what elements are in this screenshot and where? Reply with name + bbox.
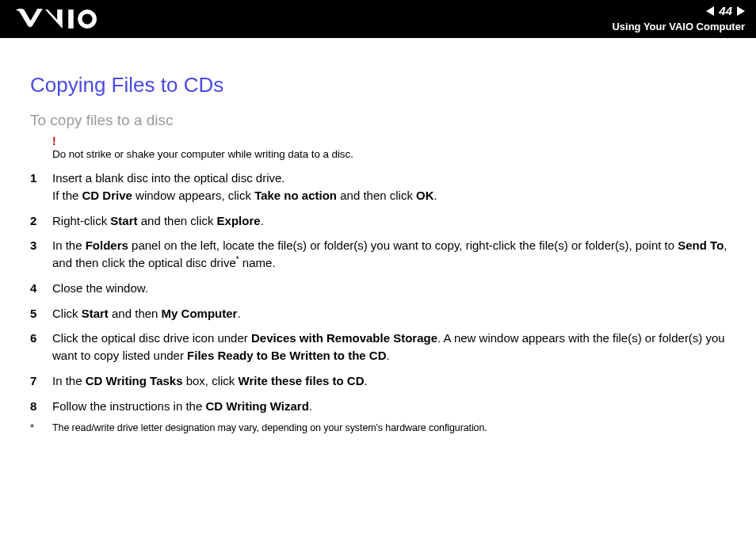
instruction-step: 3In the Folders panel on the left, locat… — [30, 237, 739, 272]
step-body: Follow the instructions in the CD Writin… — [52, 398, 739, 415]
instruction-step: 7In the CD Writing Tasks box, click Writ… — [30, 372, 739, 390]
svg-rect-0 — [68, 10, 73, 29]
page-nav: 44 — [612, 3, 745, 19]
step-body: Click Start and then My Computer. — [52, 305, 739, 322]
step-body: Close the window. — [52, 280, 739, 297]
step-number: 4 — [30, 280, 52, 297]
instruction-step: 2Right-click Start and then click Explor… — [30, 212, 739, 230]
step-body: In the CD Writing Tasks box, click Write… — [52, 372, 739, 390]
nav-prev-icon[interactable] — [706, 6, 714, 16]
instruction-step: 8Follow the instructions in the CD Writi… — [30, 398, 739, 415]
page-title: Copying Files to CDs — [30, 73, 739, 97]
instruction-step: 1Insert a blank disc into the optical di… — [30, 170, 739, 204]
instruction-list: 1Insert a blank disc into the optical di… — [30, 170, 739, 414]
page-subtitle: To copy files to a disc — [30, 112, 739, 129]
step-number: 3 — [30, 237, 52, 272]
page-number: 44 — [717, 3, 734, 19]
step-number: 5 — [30, 305, 52, 322]
footnote-text: The read/write drive letter designation … — [52, 422, 487, 433]
step-number: 6 — [30, 330, 52, 364]
warning-block: ! Do not strike or shake your computer w… — [30, 135, 739, 160]
instruction-step: 5Click Start and then My Computer. — [30, 305, 739, 322]
step-body: In the Folders panel on the left, locate… — [52, 237, 739, 272]
nav-next-icon[interactable] — [737, 6, 745, 16]
step-number: 1 — [30, 170, 52, 204]
header-right: 44 Using Your VAIO Computer — [612, 3, 745, 33]
warning-icon: ! — [52, 135, 739, 147]
instruction-step: 6Click the optical disc drive icon under… — [30, 330, 739, 364]
header-bar: 44 Using Your VAIO Computer — [0, 0, 756, 38]
vaio-logo — [14, 6, 109, 32]
section-label: Using Your VAIO Computer — [612, 21, 745, 34]
page-content: Copying Files to CDs To copy files to a … — [0, 38, 756, 433]
step-body: Right-click Start and then click Explore… — [52, 212, 739, 230]
instruction-step: 4Close the window. — [30, 280, 739, 297]
step-body: Insert a blank disc into the optical dis… — [52, 170, 739, 204]
step-number: 7 — [30, 372, 52, 390]
step-body: Click the optical disc drive icon under … — [52, 330, 739, 364]
warning-text: Do not strike or shake your computer whi… — [52, 148, 739, 160]
step-number: 2 — [30, 212, 52, 230]
footnote: * The read/write drive letter designatio… — [30, 422, 739, 433]
step-number: 8 — [30, 398, 52, 415]
footnote-mark: * — [30, 422, 52, 433]
